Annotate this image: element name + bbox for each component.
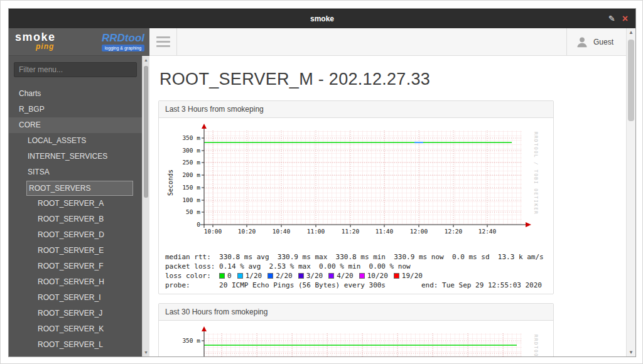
rrdtool-logo-subtext: logging & graphing — [102, 45, 144, 51]
svg-text:11:20: 11:20 — [342, 228, 360, 235]
loss-color-legend: loss color: 0 1/20 2/20 — [165, 271, 542, 281]
loss-legend-item: 4/20 — [328, 271, 354, 281]
user-name: Guest — [593, 38, 613, 46]
sidebar-item-core[interactable]: CORE — [9, 117, 142, 133]
sidebar-item-internet-services[interactable]: INTERNET_SERVICES — [9, 149, 142, 164]
panel-last-30-hours: Last 30 Hours from smokeping — [158, 303, 554, 356]
svg-text:350 m: 350 m — [182, 134, 200, 141]
sidebar-item-charts[interactable]: Charts — [9, 86, 142, 102]
svg-text:12:00: 12:00 — [410, 228, 428, 235]
user-avatar-icon — [576, 36, 588, 48]
loss-color-swatch — [219, 273, 225, 279]
main-scrollbar-thumb[interactable] — [628, 40, 634, 121]
loss-legend-item: 3/20 — [298, 271, 323, 281]
median-rtt-stats: median rtt: 330.8 ms avg 330.9 ms max 33… — [165, 252, 542, 262]
svg-text:11:00: 11:00 — [307, 228, 325, 235]
x-axis-arrow — [526, 222, 531, 227]
panel-title: Last 30 Hours from smokeping — [159, 304, 553, 321]
sidebar-item-root-server-h[interactable]: ROOT_SERVER_H — [9, 274, 142, 290]
svg-text:12:20: 12:20 — [445, 228, 463, 235]
svg-text:200 m: 200 m — [182, 171, 200, 178]
topbar: Guest — [149, 28, 626, 56]
sidebar-item-root-server-a[interactable]: ROOT_SERVER_A — [9, 196, 142, 211]
sidebar-item-root-server-d[interactable]: ROOT_SERVER_D — [9, 227, 142, 243]
loss-legend-item: 2/20 — [267, 271, 293, 281]
svg-text:10:00: 10:00 — [204, 228, 222, 235]
sidebar-item-r-bgp[interactable]: R_BGP — [9, 102, 142, 117]
latency-graph-3h[interactable]: 0 50 m 100 m 150 m 200 m 250 m 300 m 350… — [165, 123, 542, 249]
loss-color-swatch — [298, 273, 304, 279]
graph-stats: median rtt: 330.8 ms avg 330.9 ms max 33… — [165, 252, 542, 290]
sidebar-item-root-server-b[interactable]: ROOT_SERVER_B — [9, 211, 142, 227]
y-axis-label: Seconds — [167, 169, 174, 196]
latency-graph-30h[interactable]: 350 m RRDTOOL / TOBI OETIKER — [165, 326, 542, 356]
loss-color-swatch — [237, 273, 243, 279]
sidebar-item-sitsa[interactable]: SITSA — [9, 164, 142, 180]
svg-text:11:40: 11:40 — [376, 228, 394, 235]
sidebar-scrollbar-thumb[interactable] — [144, 66, 148, 198]
y-axis-arrow — [202, 326, 207, 331]
edit-icon[interactable]: ✎ — [608, 14, 615, 23]
loss-legend-item: 19/20 — [394, 271, 423, 281]
app-window: smoke ✎ × smoke ping RRDtool logging & g… — [8, 8, 636, 357]
probe-info: probe: 20 ICMP Echo Pings (56 Bytes) eve… — [165, 281, 542, 290]
close-icon[interactable]: × — [622, 14, 628, 24]
sidebar-menu: Charts R_BGP CORE LOCAL_ASSETS INTERNET_… — [9, 56, 142, 356]
sidebar-item-root-servers[interactable]: ROOT_SERVERS — [26, 181, 133, 196]
loss-legend-item: 10/20 — [359, 271, 388, 281]
scroll-down-icon[interactable]: ▼ — [144, 350, 148, 355]
smokeping-logo: smoke ping — [15, 31, 73, 53]
sidebar-item-root-server-f[interactable]: ROOT_SERVER_F — [9, 259, 142, 274]
main-scrollbar[interactable]: ▲ ▼ — [626, 28, 635, 356]
svg-text:350 m: 350 m — [182, 337, 200, 344]
rrdtool-logo: RRDtool logging & graphing — [102, 33, 144, 51]
sidebar-scrollbar[interactable]: ▲ ▼ — [142, 56, 149, 356]
loss-color-swatch — [267, 273, 273, 279]
sidebar-item-local-assets[interactable]: LOCAL_ASSETS — [9, 133, 142, 149]
window-title: smoke — [310, 14, 334, 23]
main-area: Guest ROOT_SERVER_M - 202.12.27.33 Last … — [149, 28, 626, 356]
packet-loss-stats: packet loss: 0.14 % avg 2.53 % max 0.00 … — [165, 262, 542, 271]
page-title: ROOT_SERVER_M - 202.12.27.33 — [159, 70, 626, 89]
loss-legend-item: 0 — [219, 271, 232, 281]
svg-text:300 m: 300 m — [182, 147, 200, 154]
scroll-down-icon[interactable]: ▼ — [629, 350, 634, 355]
rrdtool-logo-text: RRDtool — [102, 33, 144, 43]
panel-last-3-hours: Last 3 Hours from smokeping — [158, 100, 554, 294]
loss-color-swatch — [328, 273, 334, 279]
user-menu[interactable]: Guest — [566, 28, 626, 55]
loss-legend-item: 1/20 — [237, 271, 262, 281]
svg-text:50 m: 50 m — [186, 208, 200, 215]
sidebar-item-root-server-e[interactable]: ROOT_SERVER_E — [9, 243, 142, 259]
menu-toggle-button[interactable] — [149, 28, 177, 55]
svg-text:0: 0 — [197, 221, 200, 228]
sidebar: smoke ping RRDtool logging & graphing Ch… — [9, 28, 149, 356]
svg-text:250 m: 250 m — [182, 159, 200, 166]
hamburger-icon — [156, 36, 170, 38]
loss-color-swatch — [394, 273, 399, 279]
graph-end-time: end: Tue Sep 29 12:55:03 2020 — [421, 281, 542, 290]
filter-menu-input[interactable] — [14, 62, 137, 77]
svg-text:150 m: 150 m — [182, 184, 200, 191]
svg-text:12:40: 12:40 — [478, 228, 497, 235]
sidebar-item-root-server-i[interactable]: ROOT_SERVER_I — [9, 290, 142, 306]
smokeping-logo-text: smoke — [15, 31, 56, 43]
sidebar-item-root-server-k[interactable]: ROOT_SERVER_K — [9, 321, 142, 337]
window-titlebar: smoke ✎ × — [9, 9, 635, 28]
sidebar-logo-bar: smoke ping RRDtool logging & graphing — [9, 28, 149, 56]
svg-text:10:40: 10:40 — [273, 228, 291, 235]
scroll-up-icon[interactable]: ▲ — [144, 57, 148, 63]
scroll-up-icon[interactable]: ▲ — [629, 29, 634, 35]
panel-title: Last 3 Hours from smokeping — [159, 101, 553, 118]
sidebar-item-root-server-j[interactable]: ROOT_SERVER_J — [9, 306, 142, 321]
main-viewport: ROOT_SERVER_M - 202.12.27.33 Last 3 Hour… — [149, 56, 626, 356]
smokeping-logo-ping: ping — [36, 42, 54, 51]
sidebar-item-root-server-l[interactable]: ROOT_SERVER_L — [9, 337, 142, 353]
rrdtool-watermark: RRDTOOL / TOBI OETIKER — [533, 335, 539, 356]
loss-color-swatch — [359, 273, 365, 279]
rrdtool-watermark: RRDTOOL / TOBI OETIKER — [533, 132, 539, 215]
y-axis-arrow — [202, 124, 207, 129]
svg-text:100 m: 100 m — [182, 196, 200, 203]
svg-text:10:20: 10:20 — [238, 228, 256, 235]
